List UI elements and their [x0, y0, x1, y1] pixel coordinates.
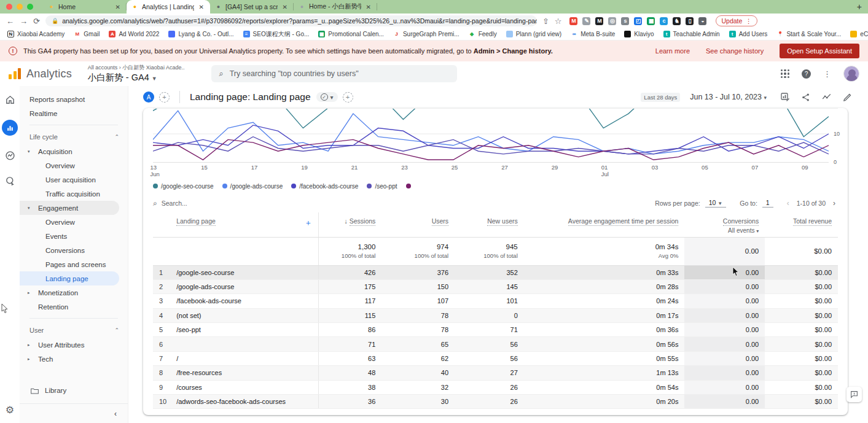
avatar[interactable]: [843, 66, 859, 82]
extension-icon-9[interactable]: ▯: [686, 17, 694, 25]
forward-icon[interactable]: →: [20, 17, 28, 25]
address-bar[interactable]: 🔒 analytics.google.com/analytics/web/?au…: [45, 15, 537, 26]
extension-icon-6[interactable]: ▦: [647, 17, 655, 25]
bookmark-12[interactable]: tAdd Users: [729, 31, 768, 37]
extension-icon-5[interactable]: ◰: [634, 17, 642, 25]
collapse-arrow-icon[interactable]: ▸: [28, 290, 30, 295]
explore-icon[interactable]: [5, 150, 15, 161]
date-range-picker[interactable]: Jun 13 - Jul 10, 2023 ▾: [690, 93, 767, 101]
browser-tab-1[interactable]: ● Analytics | Landing page: Land ✕: [127, 0, 210, 14]
feedback-button[interactable]: [846, 387, 862, 402]
bookmark-star-icon[interactable]: ☆: [555, 17, 562, 25]
column-landing-page[interactable]: Landing page: [176, 217, 216, 226]
table-row-5[interactable]: 5/seo-ppt8678710m 36s0.00$0.00: [153, 323, 838, 337]
legend-item-2[interactable]: /facebook-ads-course: [291, 183, 358, 190]
admin-gear-icon[interactable]: ⚙: [6, 404, 14, 416]
close-tab-icon[interactable]: ✕: [198, 4, 205, 10]
add-filter-icon[interactable]: +: [343, 92, 353, 103]
collapse-sidebar-icon[interactable]: ‹: [114, 409, 117, 418]
bookmark-11[interactable]: tTeachable Admin: [663, 31, 720, 37]
variant-a-badge[interactable]: A: [143, 91, 154, 103]
share-icon[interactable]: [801, 93, 810, 102]
sidebar-item-acquisition[interactable]: ▾Acquisition: [20, 144, 128, 158]
kebab-menu-icon[interactable]: ⋮: [823, 69, 831, 79]
extension-icon-1[interactable]: ✎: [582, 17, 590, 25]
table-row-7[interactable]: 7/6362560m 55s0.00$0.00: [153, 351, 838, 365]
analytics-logo-icon[interactable]: [9, 68, 21, 79]
sidebar-item-tech[interactable]: ▸Tech: [20, 352, 128, 366]
close-window-icon[interactable]: [6, 4, 12, 10]
google-apps-grid-icon[interactable]: [781, 69, 789, 78]
home-icon[interactable]: [5, 95, 15, 105]
legend-item-0[interactable]: /google-seo-course: [153, 183, 214, 190]
see-change-history-link[interactable]: See change history: [706, 47, 764, 55]
extension-icon-3[interactable]: ◎: [608, 17, 616, 25]
extension-icon-0[interactable]: M: [569, 17, 577, 25]
legend-item-1[interactable]: /google-ads-course: [222, 183, 283, 190]
browser-tab-0[interactable]: ● Home ✕: [43, 0, 127, 14]
search-input[interactable]: ⌕ Try searching "top countries by users": [211, 65, 457, 82]
table-search-input[interactable]: ⌕ Search...: [153, 199, 187, 208]
sidebar-item-monetization[interactable]: ▸Monetization: [20, 285, 128, 300]
expand-arrow-icon[interactable]: ▾: [28, 206, 30, 211]
collapse-arrow-icon[interactable]: ▸: [28, 357, 30, 362]
column-total-revenue[interactable]: Total revenue: [793, 217, 832, 226]
sidebar-item-conversions[interactable]: Conversions: [20, 243, 128, 257]
extension-icon-2[interactable]: M: [595, 17, 603, 25]
sidebar-item-pages-and-screens[interactable]: Pages and screens: [20, 257, 128, 271]
conversions-event-select[interactable]: All events ▾: [690, 227, 759, 234]
table-row-3[interactable]: 3/facebook-ads-course1171071010m 24s0.00…: [153, 294, 838, 308]
table-row-9[interactable]: 9/courses3832260m 54s0.00$0.00: [153, 380, 838, 394]
bookmark-10[interactable]: Klaviyo: [624, 31, 654, 37]
bookmark-3[interactable]: Lyang & Co. - Outl...: [168, 31, 233, 37]
sidebar-item-reports-snapshot[interactable]: Reports snapshot: [20, 92, 128, 106]
share-page-icon[interactable]: ⇧: [542, 17, 549, 25]
prev-page-icon[interactable]: ‹: [784, 199, 792, 208]
table-row-6[interactable]: 67165560m 56s0.00$0.00: [153, 337, 838, 351]
extension-icon-7[interactable]: c: [660, 17, 668, 25]
bookmark-9[interactable]: ∞Meta B-suite: [571, 31, 615, 37]
column-avg-engagement[interactable]: Average engagement time per session: [568, 217, 679, 226]
sidebar-section-life-cycle[interactable]: Life cycle⌃: [20, 130, 128, 144]
next-page-icon[interactable]: ›: [831, 199, 838, 208]
open-setup-assistant-button[interactable]: Open Setup Assistant: [780, 44, 859, 58]
table-row-8[interactable]: 8/free-resources4840271m 13s0.00$0.00: [153, 366, 838, 380]
column-new-users[interactable]: New users: [487, 217, 518, 226]
sidebar-item-events[interactable]: Events: [20, 229, 128, 243]
sidebar-item-overview[interactable]: Overview: [20, 158, 128, 173]
table-row-2[interactable]: 2/google-ads-course1751501450m 28s0.00$0…: [153, 279, 838, 293]
column-sessions[interactable]: Sessions: [350, 217, 376, 226]
minimize-window-icon[interactable]: [17, 4, 23, 10]
advertising-icon[interactable]: [5, 176, 15, 186]
legend-item-3[interactable]: /seo-ppt: [367, 183, 397, 190]
customize-report-icon[interactable]: [780, 92, 790, 102]
help-icon[interactable]: ?: [802, 69, 811, 79]
close-tab-icon[interactable]: ✕: [365, 4, 372, 10]
sidebar-item-engagement[interactable]: ▾Engagement: [20, 201, 119, 215]
bookmark-0[interactable]: NXiaobai Academy: [7, 31, 65, 37]
edit-icon[interactable]: [843, 93, 852, 102]
sidebar-item-traffic-acquisition[interactable]: Traffic acquisition: [20, 187, 128, 201]
add-comparison-icon[interactable]: +: [159, 92, 170, 103]
bookmark-14[interactable]: eCommerce Case...: [850, 31, 868, 37]
macos-window-controls[interactable]: [6, 0, 33, 14]
legend-item-4[interactable]: [406, 184, 414, 188]
extension-icon-8[interactable]: ♞: [673, 17, 681, 25]
chrome-update-button[interactable]: Update ⋮: [716, 15, 757, 26]
sidebar-item-realtime[interactable]: Realtime: [20, 106, 128, 120]
sidebar-item-user-acquisition[interactable]: User acquisition: [20, 173, 128, 187]
sidebar-item-library[interactable]: Library: [20, 382, 128, 398]
sidebar-item-user-attributes[interactable]: ▸User Attributes: [20, 338, 128, 352]
bookmark-13[interactable]: 📍Start & Scale Your...: [776, 31, 841, 37]
close-tab-icon[interactable]: ✕: [281, 4, 289, 10]
insights-icon[interactable]: [821, 93, 832, 102]
close-tab-icon[interactable]: ✕: [114, 4, 122, 10]
new-tab-button[interactable]: +: [851, 2, 868, 12]
bookmark-7[interactable]: ◆Feedly: [469, 31, 497, 37]
goto-page-input[interactable]: 1: [762, 199, 773, 208]
extension-icon-10[interactable]: ◒: [698, 17, 706, 25]
bookmark-8[interactable]: Plann (grid view): [506, 31, 561, 37]
learn-more-link[interactable]: Learn more: [655, 47, 690, 55]
reload-icon[interactable]: ⟳: [33, 17, 40, 25]
bookmark-6[interactable]: JSurgeGraph Premi...: [393, 31, 459, 37]
